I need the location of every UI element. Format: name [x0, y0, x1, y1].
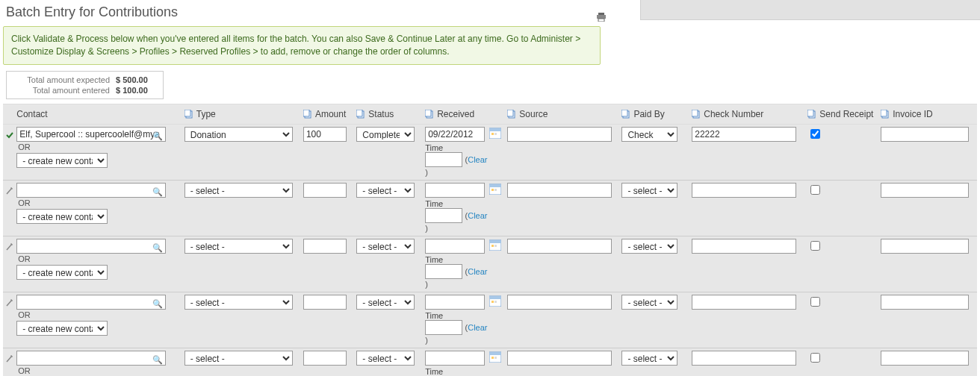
svg-rect-31	[491, 245, 494, 247]
time-input[interactable]	[425, 208, 462, 223]
header-type: Type	[196, 109, 216, 119]
calendar-icon[interactable]	[489, 239, 501, 251]
row-status-icon	[6, 131, 13, 138]
type-select[interactable]: - select -	[184, 295, 293, 310]
calendar-icon[interactable]	[489, 183, 501, 195]
received-date-input[interactable]	[425, 295, 485, 310]
amount-input[interactable]	[303, 127, 347, 142]
time-label: Time	[425, 366, 501, 376]
received-date-input[interactable]	[425, 183, 485, 198]
clear-link[interactable]: Clear	[468, 155, 487, 164]
check-number-input[interactable]	[692, 351, 796, 366]
svg-rect-30	[489, 240, 501, 243]
source-input[interactable]	[507, 351, 612, 366]
amount-input[interactable]	[303, 351, 347, 366]
clear-link[interactable]: Clear	[468, 211, 487, 220]
amount-input[interactable]	[303, 183, 347, 198]
paid-by-select[interactable]: - select -	[621, 183, 677, 198]
status-select[interactable]: - select -	[356, 351, 415, 366]
check-number-input[interactable]	[692, 183, 796, 198]
source-input[interactable]	[507, 295, 612, 310]
invoice-id-input[interactable]	[881, 127, 969, 142]
status-select[interactable]: - select -	[356, 239, 415, 254]
time-input[interactable]	[425, 320, 462, 335]
time-input[interactable]	[425, 152, 462, 167]
type-select[interactable]: - select -	[184, 239, 293, 254]
contact-input[interactable]	[16, 295, 166, 310]
contact-input[interactable]	[16, 127, 166, 142]
source-input[interactable]	[507, 183, 612, 198]
amount-input[interactable]	[303, 295, 347, 310]
paid-by-select[interactable]: - select -	[621, 239, 677, 254]
calendar-icon[interactable]	[489, 295, 501, 307]
contact-input[interactable]	[16, 183, 166, 198]
send-receipt-checkbox[interactable]	[810, 353, 820, 363]
calendar-icon[interactable]	[489, 351, 501, 363]
svg-rect-8	[356, 110, 362, 116]
print-icon[interactable]	[596, 13, 607, 23]
copy-icon[interactable]	[356, 110, 366, 119]
row-status-icon	[6, 354, 13, 362]
header-amount: Amount	[315, 109, 346, 119]
status-select[interactable]: Completed	[356, 127, 415, 142]
time-label: Time	[425, 198, 501, 208]
contact-input[interactable]	[16, 351, 166, 366]
row-status-icon	[6, 187, 13, 194]
row-status-icon	[6, 298, 13, 306]
check-number-input[interactable]	[692, 127, 796, 142]
received-date-input[interactable]	[425, 127, 485, 142]
type-select[interactable]: - select -	[184, 351, 293, 366]
copy-icon[interactable]	[184, 110, 194, 119]
send-receipt-checkbox[interactable]	[810, 185, 820, 195]
check-number-input[interactable]	[692, 239, 796, 254]
paid-by-select[interactable]: - select -	[621, 295, 677, 310]
invoice-id-input[interactable]	[881, 351, 969, 366]
copy-icon[interactable]	[807, 110, 817, 119]
create-new-contact-select[interactable]: - create new contact -	[16, 209, 108, 224]
copy-icon[interactable]	[303, 110, 313, 119]
source-input[interactable]	[507, 127, 612, 142]
invoice-id-input[interactable]	[881, 239, 969, 254]
copy-icon[interactable]	[621, 110, 631, 119]
contact-input[interactable]	[16, 239, 166, 254]
svg-rect-39	[491, 357, 494, 359]
svg-rect-20	[881, 110, 887, 116]
copy-icon[interactable]	[425, 110, 435, 119]
svg-rect-28	[494, 189, 497, 191]
send-receipt-checkbox[interactable]	[810, 241, 820, 251]
source-input[interactable]	[507, 239, 612, 254]
copy-icon[interactable]	[692, 110, 701, 119]
svg-rect-2	[598, 19, 604, 22]
clear-link[interactable]: Clear	[468, 323, 487, 332]
svg-rect-12	[507, 110, 513, 116]
type-select[interactable]: Donation	[184, 127, 293, 142]
svg-rect-14	[621, 110, 627, 116]
header-paid-by: Paid By	[633, 109, 664, 119]
received-date-input[interactable]	[425, 239, 485, 254]
status-select[interactable]: - select -	[356, 295, 415, 310]
header-check-number: Check Number	[704, 109, 763, 119]
type-select[interactable]: - select -	[184, 183, 293, 198]
status-select[interactable]: - select -	[356, 183, 415, 198]
invoice-id-input[interactable]	[881, 295, 969, 310]
copy-icon[interactable]	[881, 110, 890, 119]
clear-link[interactable]: Clear	[468, 267, 487, 276]
paid-by-select[interactable]: Check	[621, 127, 677, 142]
create-new-contact-select[interactable]: - create new contact -	[16, 153, 108, 168]
invoice-id-input[interactable]	[881, 183, 969, 198]
svg-rect-18	[807, 110, 813, 116]
table-row: 🔍 OR - create new contact - - select - -…	[3, 292, 977, 348]
time-input[interactable]	[425, 264, 462, 279]
amount-input[interactable]	[303, 239, 347, 254]
received-date-input[interactable]	[425, 351, 485, 366]
paid-by-select[interactable]: - select -	[621, 351, 677, 366]
check-number-input[interactable]	[692, 295, 796, 310]
svg-rect-4	[184, 110, 190, 116]
create-new-contact-select[interactable]: - create new contact -	[16, 265, 108, 280]
calendar-icon[interactable]	[489, 127, 501, 139]
send-receipt-checkbox[interactable]	[810, 129, 820, 139]
svg-rect-32	[494, 245, 497, 247]
create-new-contact-select[interactable]: - create new contact -	[16, 321, 108, 336]
copy-icon[interactable]	[507, 110, 517, 119]
send-receipt-checkbox[interactable]	[810, 297, 820, 307]
